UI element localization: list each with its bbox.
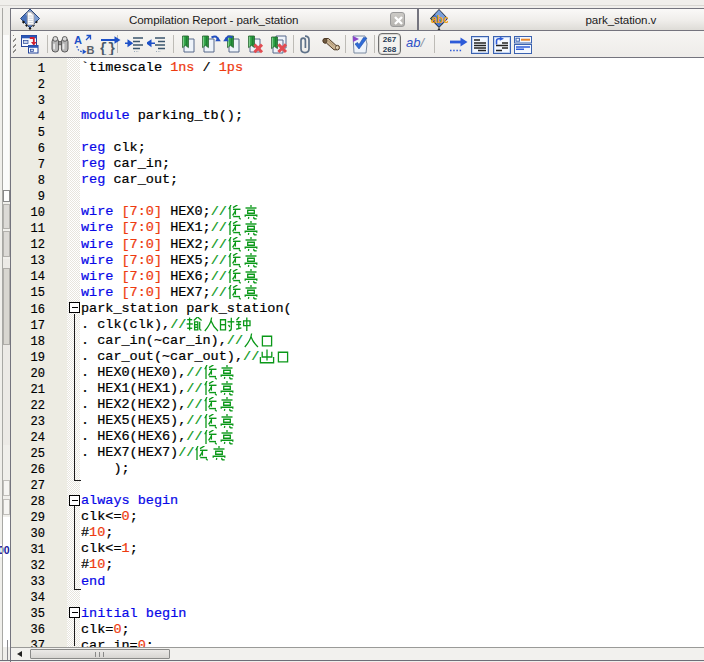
svg-text:abc: abc xyxy=(431,13,448,25)
svg-text:{}: {} xyxy=(99,41,116,55)
svg-text:A: A xyxy=(74,34,82,46)
svg-text:B: B xyxy=(87,44,95,55)
